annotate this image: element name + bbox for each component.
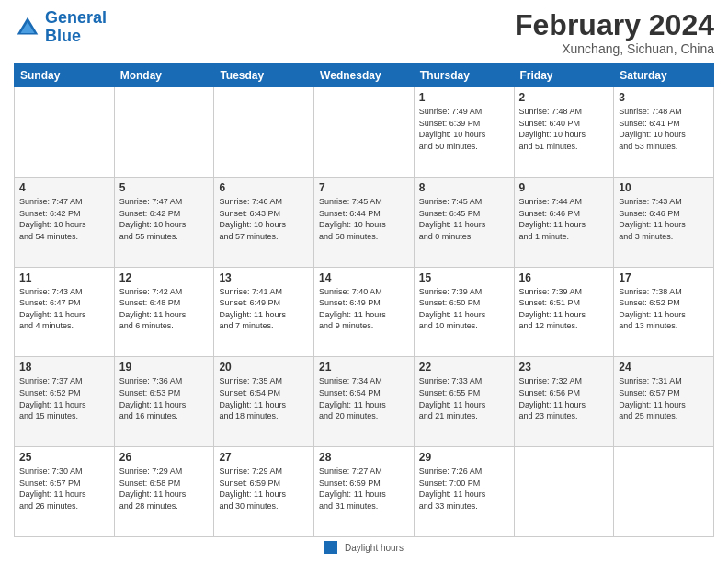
calendar-cell: 23Sunrise: 7:32 AM Sunset: 6:56 PM Dayli… — [514, 357, 614, 447]
day-info: Sunrise: 7:30 AM Sunset: 6:57 PM Dayligh… — [19, 465, 109, 511]
calendar-cell — [314, 87, 415, 178]
day-info: Sunrise: 7:38 AM Sunset: 6:52 PM Dayligh… — [619, 286, 709, 332]
day-info: Sunrise: 7:32 AM Sunset: 6:56 PM Dayligh… — [519, 375, 609, 421]
calendar-cell: 7Sunrise: 7:45 AM Sunset: 6:44 PM Daylig… — [314, 177, 415, 267]
day-number: 11 — [19, 271, 109, 284]
calendar-cell — [214, 87, 314, 178]
day-info: Sunrise: 7:31 AM Sunset: 6:57 PM Dayligh… — [619, 375, 709, 421]
day-number: 15 — [419, 271, 509, 284]
day-number: 24 — [619, 361, 709, 373]
footer: Daylight hours — [14, 541, 714, 554]
calendar-cell: 15Sunrise: 7:39 AM Sunset: 6:50 PM Dayli… — [414, 267, 514, 357]
day-number: 2 — [519, 91, 609, 104]
day-info: Sunrise: 7:34 AM Sunset: 6:54 PM Dayligh… — [319, 375, 409, 421]
day-number: 1 — [419, 91, 509, 104]
day-info: Sunrise: 7:48 AM Sunset: 6:40 PM Dayligh… — [519, 106, 609, 152]
day-number: 23 — [519, 361, 609, 373]
calendar-week-row: 18Sunrise: 7:37 AM Sunset: 6:52 PM Dayli… — [15, 357, 714, 447]
day-number: 10 — [619, 181, 709, 194]
calendar-cell: 19Sunrise: 7:36 AM Sunset: 6:53 PM Dayli… — [114, 357, 214, 447]
day-info: Sunrise: 7:26 AM Sunset: 7:00 PM Dayligh… — [419, 465, 509, 511]
calendar-cell: 17Sunrise: 7:38 AM Sunset: 6:52 PM Dayli… — [614, 267, 714, 357]
day-info: Sunrise: 7:29 AM Sunset: 6:58 PM Dayligh… — [119, 465, 210, 511]
day-info: Sunrise: 7:27 AM Sunset: 6:59 PM Dayligh… — [319, 465, 409, 511]
calendar-cell: 9Sunrise: 7:44 AM Sunset: 6:46 PM Daylig… — [514, 177, 614, 267]
calendar-cell: 2Sunrise: 7:48 AM Sunset: 6:40 PM Daylig… — [514, 87, 614, 178]
day-info: Sunrise: 7:40 AM Sunset: 6:49 PM Dayligh… — [319, 286, 409, 332]
day-info: Sunrise: 7:47 AM Sunset: 6:42 PM Dayligh… — [119, 196, 210, 242]
calendar-cell: 21Sunrise: 7:34 AM Sunset: 6:54 PM Dayli… — [314, 357, 415, 447]
calendar-cell: 12Sunrise: 7:42 AM Sunset: 6:48 PM Dayli… — [114, 267, 214, 357]
calendar-cell: 5Sunrise: 7:47 AM Sunset: 6:42 PM Daylig… — [114, 177, 214, 267]
calendar-cell: 1Sunrise: 7:49 AM Sunset: 6:39 PM Daylig… — [414, 87, 514, 178]
day-info: Sunrise: 7:39 AM Sunset: 6:50 PM Dayligh… — [419, 286, 509, 332]
location: Xunchang, Sichuan, China — [515, 41, 714, 56]
day-info: Sunrise: 7:29 AM Sunset: 6:59 PM Dayligh… — [219, 465, 309, 511]
calendar-cell: 29Sunrise: 7:26 AM Sunset: 7:00 PM Dayli… — [414, 447, 514, 537]
calendar-cell: 3Sunrise: 7:48 AM Sunset: 6:41 PM Daylig… — [614, 87, 714, 178]
day-number: 29 — [419, 451, 509, 464]
calendar-cell: 8Sunrise: 7:45 AM Sunset: 6:45 PM Daylig… — [414, 177, 514, 267]
weekday-header: Thursday — [414, 64, 514, 87]
day-number: 6 — [219, 181, 309, 194]
day-number: 16 — [519, 271, 609, 284]
calendar-cell: 10Sunrise: 7:43 AM Sunset: 6:46 PM Dayli… — [614, 177, 714, 267]
legend-label: Daylight hours — [345, 543, 404, 553]
calendar-week-row: 1Sunrise: 7:49 AM Sunset: 6:39 PM Daylig… — [15, 87, 714, 178]
calendar-cell: 16Sunrise: 7:39 AM Sunset: 6:51 PM Dayli… — [514, 267, 614, 357]
calendar-cell: 20Sunrise: 7:35 AM Sunset: 6:54 PM Dayli… — [214, 357, 314, 447]
logo: General Blue — [14, 9, 107, 46]
day-info: Sunrise: 7:44 AM Sunset: 6:46 PM Dayligh… — [519, 196, 609, 242]
day-info: Sunrise: 7:43 AM Sunset: 6:46 PM Dayligh… — [619, 196, 709, 242]
page: General Blue February 2024 Xunchang, Sic… — [0, 0, 728, 563]
day-info: Sunrise: 7:41 AM Sunset: 6:49 PM Dayligh… — [219, 286, 309, 332]
weekday-header: Monday — [114, 64, 214, 87]
logo-icon — [14, 14, 41, 41]
day-info: Sunrise: 7:45 AM Sunset: 6:44 PM Dayligh… — [319, 196, 409, 242]
day-number: 12 — [119, 271, 210, 284]
day-info: Sunrise: 7:43 AM Sunset: 6:47 PM Dayligh… — [19, 286, 109, 332]
weekday-header: Saturday — [614, 64, 714, 87]
calendar-cell — [614, 447, 714, 537]
day-info: Sunrise: 7:33 AM Sunset: 6:55 PM Dayligh… — [419, 375, 509, 421]
calendar-cell: 26Sunrise: 7:29 AM Sunset: 6:58 PM Dayli… — [114, 447, 214, 537]
calendar-cell: 27Sunrise: 7:29 AM Sunset: 6:59 PM Dayli… — [214, 447, 314, 537]
weekday-header: Wednesday — [314, 64, 415, 87]
calendar-cell: 13Sunrise: 7:41 AM Sunset: 6:49 PM Dayli… — [214, 267, 314, 357]
calendar-cell: 18Sunrise: 7:37 AM Sunset: 6:52 PM Dayli… — [15, 357, 115, 447]
day-number: 20 — [219, 361, 309, 373]
calendar-week-row: 25Sunrise: 7:30 AM Sunset: 6:57 PM Dayli… — [15, 447, 714, 537]
day-number: 8 — [419, 181, 509, 194]
header: General Blue February 2024 Xunchang, Sic… — [14, 9, 714, 56]
day-info: Sunrise: 7:42 AM Sunset: 6:48 PM Dayligh… — [119, 286, 210, 332]
day-info: Sunrise: 7:49 AM Sunset: 6:39 PM Dayligh… — [419, 106, 509, 152]
calendar-cell: 28Sunrise: 7:27 AM Sunset: 6:59 PM Dayli… — [314, 447, 415, 537]
day-number: 17 — [619, 271, 709, 284]
weekday-header: Tuesday — [214, 64, 314, 87]
day-number: 7 — [319, 181, 409, 194]
calendar-cell — [114, 87, 214, 178]
calendar-cell: 14Sunrise: 7:40 AM Sunset: 6:49 PM Dayli… — [314, 267, 415, 357]
day-number: 19 — [119, 361, 210, 373]
month-title: February 2024 — [515, 9, 714, 41]
day-number: 4 — [19, 181, 109, 194]
day-info: Sunrise: 7:46 AM Sunset: 6:43 PM Dayligh… — [219, 196, 309, 242]
day-info: Sunrise: 7:45 AM Sunset: 6:45 PM Dayligh… — [419, 196, 509, 242]
calendar-cell: 22Sunrise: 7:33 AM Sunset: 6:55 PM Dayli… — [414, 357, 514, 447]
calendar-week-row: 11Sunrise: 7:43 AM Sunset: 6:47 PM Dayli… — [15, 267, 714, 357]
weekday-header: Friday — [514, 64, 614, 87]
day-number: 9 — [519, 181, 609, 194]
day-number: 5 — [119, 181, 210, 194]
day-number: 14 — [319, 271, 409, 284]
day-number: 13 — [219, 271, 309, 284]
calendar-cell: 25Sunrise: 7:30 AM Sunset: 6:57 PM Dayli… — [15, 447, 115, 537]
day-info: Sunrise: 7:35 AM Sunset: 6:54 PM Dayligh… — [219, 375, 309, 421]
day-number: 18 — [19, 361, 109, 373]
day-info: Sunrise: 7:47 AM Sunset: 6:42 PM Dayligh… — [19, 196, 109, 242]
day-info: Sunrise: 7:39 AM Sunset: 6:51 PM Dayligh… — [519, 286, 609, 332]
day-number: 28 — [319, 451, 409, 464]
day-info: Sunrise: 7:36 AM Sunset: 6:53 PM Dayligh… — [119, 375, 210, 421]
day-number: 27 — [219, 451, 309, 464]
logo-text: General Blue — [45, 9, 107, 46]
day-info: Sunrise: 7:37 AM Sunset: 6:52 PM Dayligh… — [19, 375, 109, 421]
